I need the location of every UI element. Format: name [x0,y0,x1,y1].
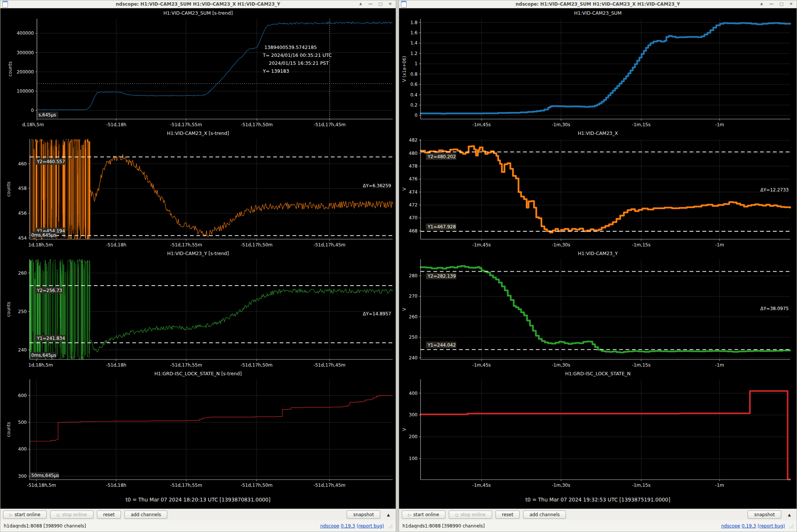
svg-text:260: 260 [409,314,418,320]
svg-text:280: 280 [409,273,418,278]
svg-text:-51d,17h,45m: -51d,17h,45m [314,362,346,368]
svg-text:1d,18h,5m: 1d,18h,5m [28,362,53,368]
svg-text:0.2: 0.2 [410,102,418,108]
svg-text:-51d,17h,50m: -51d,17h,50m [241,483,273,488]
svg-text:480: 480 [409,151,418,156]
svg-text:Y= 139183: Y= 139183 [262,68,289,74]
svg-text:50ms,645µs: 50ms,645µs [31,473,59,478]
svg-text:456: 456 [18,211,27,216]
svg-text:-1m,30s: -1m,30s [552,242,570,248]
svg-text:V: V [402,187,407,191]
ndscope-window-left: ndscope: H1:VID-CAM23_SUM H1:VID-CAM23_X… [0,0,396,532]
expand-panel-button[interactable]: ▲ [785,512,794,518]
svg-text:458: 458 [18,186,27,191]
report-bug-link[interactable]: (report bug) [757,523,785,529]
t0-label: t0 = Thu Mar 07 2024 19:32:53 UTC [13938… [399,490,797,509]
add-channels-button[interactable]: add channels [523,511,566,519]
svg-text:-1m,45s: -1m,45s [472,362,491,368]
svg-text:260: 260 [18,271,27,276]
svg-text:Y1=467.928: Y1=467.928 [427,224,456,229]
svg-text:240: 240 [18,347,27,353]
svg-text:300: 300 [18,474,27,479]
svg-text:Y2=282.139: Y2=282.139 [427,274,456,279]
svg-text:460: 460 [18,161,27,167]
stop-icon: ◻ [57,513,60,517]
svg-text:270: 270 [409,294,418,299]
add-channels-button[interactable]: add channels [124,511,167,519]
plot-canvas-x[interactable]: 4604584564541d,18h,5m-51d,18h-51d,17h,55… [0,137,395,250]
svg-text:d,18h,5m: d,18h,5m [22,122,44,127]
svg-text:0ms,645µs: 0ms,645µs [31,232,56,238]
svg-text:0.6: 0.6 [410,82,418,87]
svg-text:-51d,17h,55m: -51d,17h,55m [170,122,202,127]
svg-text:482: 482 [409,138,418,143]
version-link[interactable]: 0.19.3 [742,523,756,529]
svg-text:V: V [402,307,407,311]
svg-text:s,645µs: s,645µs [38,112,56,118]
close-icon[interactable]: ✕ [789,0,793,8]
server-status: h1daqnds1:8088 [398990 channels] [4,523,86,529]
minimize-icon[interactable]: — [769,0,773,8]
ndscope-link[interactable]: ndscope [721,523,740,529]
snapshot-button[interactable]: snapshot [748,511,781,519]
svg-text:250: 250 [409,335,418,340]
snapshot-button[interactable]: snapshot [347,511,380,519]
play-icon: ▷ [9,513,12,517]
titlebar[interactable]: ndscope: H1:VID-CAM23_SUM H1:VID-CAM23_X… [399,0,797,8]
shade-icon[interactable]: ∧ [359,0,362,8]
plot-canvas-lock[interactable]: 400300200100-1m,45s-1m,30s-1m,15s-1mV [399,377,796,490]
svg-text:Y2=460.557: Y2=460.557 [37,159,65,164]
svg-text:-1m,45s: -1m,45s [472,242,491,248]
plot-canvas-sum[interactable]: 1.81.61.41.210.80.60.40.20-1m,45s-1m,30s… [399,17,796,130]
svg-text:400: 400 [18,446,27,452]
plot-canvas-lock[interactable]: 600500400300-51d,18h,5m-51d,18h-51d,17h,… [0,377,395,490]
svg-text:1.2: 1.2 [410,51,418,56]
reset-button[interactable]: reset [97,511,121,519]
stop-icon: ◻ [455,513,458,517]
maximize-icon[interactable]: □ [779,0,783,8]
plot-canvas-x[interactable]: 482480478476474472470468-1m,45s-1m,30s-1… [399,137,796,250]
expand-panel-button[interactable]: ▲ [384,512,393,518]
version-link[interactable]: 0.19.3 [341,523,355,529]
ndscope-link[interactable]: ndscope [320,523,339,529]
statusbar: h1daqnds1:8088 [398990 channels] ndscope… [0,520,396,532]
svg-text:-51d,17h,55m: -51d,17h,55m [170,362,202,368]
svg-text:0: 0 [31,108,34,113]
plot-canvas-y[interactable]: 2602502401d,18h,5m-51d,18h-51d,17h,55m-5… [0,257,395,370]
plot-title-x: H1:VID-CAM23_X [399,130,797,137]
stop-online-button[interactable]: ◻ stop online [449,511,492,519]
plot-canvas-sum[interactable]: 4000003000002000001000000d,18h,5m-51d,18… [0,17,395,130]
svg-text:counts: counts [6,422,11,437]
shade-icon[interactable]: ∧ [760,0,763,8]
maximize-icon[interactable]: □ [378,0,382,8]
server-status: h1daqnds1:8088 [398990 channels] [402,523,485,529]
ndscope-window-right: ndscope: H1:VID-CAM23_SUM H1:VID-CAM23_X… [399,0,797,532]
report-bug-link[interactable]: (report bug) [356,523,384,529]
svg-text:counts: counts [8,61,13,76]
svg-text:200000: 200000 [17,69,34,75]
svg-text:counts: counts [6,302,11,317]
svg-text:476: 476 [409,176,418,182]
svg-text:-51d,17h,50m: -51d,17h,50m [241,242,273,248]
svg-text:474: 474 [409,190,418,195]
app-icon [401,1,407,8]
plot-block-lock: H1:GRD-ISC_LOCK_STATE_N 400300200100-1m,… [399,370,797,490]
svg-text:-1m,30s: -1m,30s [552,362,570,368]
plot-block-y: H1:VID-CAM23_Y 280270260250240-1m,45s-1m… [399,250,797,370]
minimize-icon[interactable]: — [368,0,372,8]
resize-grip[interactable] [789,524,793,528]
statusbar: h1daqnds1:8088 [398990 channels] ndscope… [399,520,797,532]
close-icon[interactable]: ✕ [389,0,392,8]
stop-online-button[interactable]: ◻ stop online [50,511,93,519]
start-online-button[interactable]: ▷ start online [3,511,47,519]
svg-text:-51d,17h,45m: -51d,17h,45m [314,122,346,127]
plot-canvas-y[interactable]: 280270260250240-1m,45s-1m,30s-1m,15s-1mV… [399,257,796,370]
reset-button[interactable]: reset [496,511,520,519]
titlebar[interactable]: ndscope: H1:VID-CAM23_SUM H1:VID-CAM23_X… [0,0,396,8]
resize-grip[interactable] [388,524,392,528]
svg-text:-1m,15s: -1m,15s [632,483,650,488]
svg-text:-51d,18h: -51d,18h [106,483,126,488]
svg-text:Y1=244.042: Y1=244.042 [427,342,456,348]
svg-text:-51d,17h,45m: -51d,17h,45m [314,483,346,488]
start-online-button[interactable]: ▷ start online [402,511,445,519]
